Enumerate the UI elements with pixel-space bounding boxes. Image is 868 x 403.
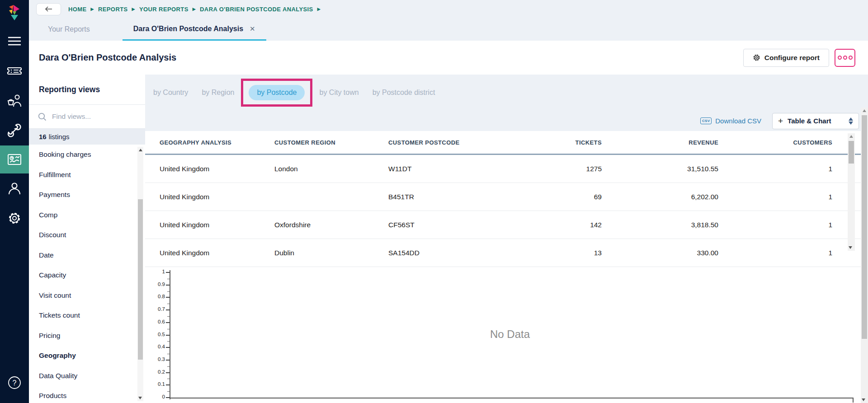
- menu-button[interactable]: [0, 26, 29, 56]
- view-item-capacity[interactable]: Capacity: [29, 265, 137, 286]
- view-item-data-quality[interactable]: Data Quality: [29, 366, 137, 386]
- find-views-input[interactable]: [52, 112, 129, 121]
- scrollbar-thumb[interactable]: [862, 115, 867, 339]
- select-arrows-icon: [849, 117, 853, 125]
- column-header-tickets[interactable]: TICKETS: [498, 139, 602, 146]
- nav-tickets[interactable]: [0, 56, 29, 86]
- y-axis-minor-tick: [167, 379, 170, 379]
- scrollbar-thumb[interactable]: [138, 199, 143, 360]
- listings-count: 16 listings: [29, 129, 145, 145]
- nav-box-office[interactable]: [0, 86, 29, 116]
- page-scrollbar[interactable]: [861, 108, 868, 403]
- view-item-products[interactable]: Products: [29, 386, 137, 403]
- breadcrumb-link-your-reports[interactable]: YOUR REPORTS: [139, 6, 189, 13]
- table-cell: Dublin: [274, 249, 388, 257]
- column-header-customer-postcode[interactable]: CUSTOMER POSTCODE: [388, 139, 498, 146]
- column-header-customer-region[interactable]: CUSTOMER REGION: [274, 139, 388, 146]
- reporting-views-title: Reporting views: [29, 75, 145, 105]
- geo-tab-by-city-town[interactable]: by City town: [319, 89, 359, 97]
- view-item-payments[interactable]: Payments: [29, 185, 137, 205]
- view-item-date[interactable]: Date: [29, 245, 137, 266]
- table-cell: 3,818.50: [602, 221, 718, 229]
- table-row[interactable]: United KingdomB451TR696,202.001: [145, 183, 861, 211]
- scroll-up-icon[interactable]: [849, 135, 853, 138]
- tab-dara-obrien-postcode-analysis[interactable]: Dara O'Brien Postcode Analysis ✕: [123, 18, 266, 41]
- reporting-views-panel: Reporting views 16 listings Booking char…: [29, 75, 145, 403]
- breadcrumb-link-reports[interactable]: REPORTS: [98, 6, 128, 13]
- table-row[interactable]: United KingdomLondonW11DT127531,510.551: [145, 155, 861, 183]
- scrollbar-thumb[interactable]: [849, 141, 854, 164]
- view-item-comp[interactable]: Comp: [29, 205, 137, 225]
- table-scrollbar[interactable]: [848, 133, 855, 251]
- configure-report-label: Configure report: [764, 54, 820, 62]
- y-axis-tick: [166, 272, 170, 273]
- tab-label: Your Reports: [48, 25, 90, 33]
- arrow-left-icon: [45, 6, 52, 12]
- configure-report-button[interactable]: Configure report: [743, 49, 829, 67]
- chart-area: 10.90.80.70.60.50.40.30.20.10 No Data: [145, 268, 861, 403]
- column-header-customers[interactable]: CUSTOMERS: [718, 139, 832, 146]
- table-cell: SA154DD: [388, 249, 498, 257]
- y-axis-tick: [166, 347, 170, 348]
- report-tabbar: Your Reports Dara O'Brien Postcode Analy…: [29, 18, 868, 41]
- geo-tab-by-postcode[interactable]: by Postcode: [249, 85, 305, 100]
- tab-your-reports[interactable]: Your Reports: [48, 18, 90, 41]
- scroll-down-icon[interactable]: [138, 397, 142, 399]
- view-item-geography[interactable]: Geography: [29, 346, 137, 366]
- table-cell: 142: [498, 221, 602, 229]
- y-axis-tick: [166, 335, 170, 336]
- breadcrumb-link-dara-o-brien-postcode-analysis[interactable]: DARA O'BRIEN POSTCODE ANALYSIS: [200, 6, 313, 13]
- y-axis-minor-tick: [167, 391, 170, 392]
- geo-tabs: by Countryby Regionby Postcodeby City to…: [145, 75, 859, 111]
- scroll-up-icon[interactable]: [863, 109, 866, 112]
- nav-reports[interactable]: [0, 145, 29, 173]
- table-row[interactable]: United KingdomOxfordshireCF56ST1423,818.…: [145, 211, 861, 239]
- view-item-visit-count[interactable]: Visit count: [29, 286, 137, 306]
- geo-tab-by-postcode-district[interactable]: by Postcode district: [373, 89, 435, 97]
- nav-customers[interactable]: [0, 173, 29, 203]
- find-views-search[interactable]: [29, 105, 145, 129]
- column-header-revenue[interactable]: REVENUE: [602, 139, 718, 146]
- reporting-views-list: Booking chargesFulfillmentPaymentsCompDi…: [29, 145, 137, 403]
- more-options-button[interactable]: [835, 49, 855, 67]
- more-dots-icon: [843, 56, 847, 60]
- table-row[interactable]: United KingdomDublinSA154DD13330.001: [145, 239, 861, 267]
- breadcrumb-separator-icon: ▶: [317, 7, 321, 11]
- breadcrumb-bar: HOME▶REPORTS▶YOUR REPORTS▶DARA O'BRIEN P…: [29, 0, 868, 18]
- scroll-down-icon[interactable]: [849, 246, 852, 249]
- view-item-booking-charges[interactable]: Booking charges: [29, 145, 137, 165]
- scroll-down-icon[interactable]: [862, 398, 865, 401]
- nav-tools[interactable]: [0, 116, 29, 145]
- app-logo[interactable]: [0, 0, 29, 26]
- breadcrumb-separator-icon: ▶: [193, 7, 196, 11]
- breadcrumb-link-home[interactable]: HOME: [68, 6, 87, 13]
- close-tab-icon[interactable]: ✕: [250, 25, 255, 33]
- view-item-discount[interactable]: Discount: [29, 225, 137, 245]
- x-axis-line: [170, 398, 854, 398]
- tab-label: Dara O'Brien Postcode Analysis: [133, 25, 243, 33]
- page-header: Dara O'Brien Postcode Analysis Configure…: [29, 41, 868, 75]
- page-title: Dara O'Brien Postcode Analysis: [39, 52, 176, 63]
- table-cell: 13: [498, 249, 602, 257]
- breadcrumb: HOME▶REPORTS▶YOUR REPORTS▶DARA O'BRIEN P…: [68, 6, 325, 13]
- back-button[interactable]: [36, 3, 61, 15]
- geo-tab-by-region[interactable]: by Region: [202, 89, 234, 97]
- help-button[interactable]: ?: [0, 368, 29, 398]
- views-list-scrollbar[interactable]: [137, 147, 143, 401]
- geo-tab-by-country[interactable]: by Country: [153, 89, 188, 97]
- view-item-pricing[interactable]: Pricing: [29, 326, 137, 346]
- y-axis-line: [170, 270, 170, 399]
- download-csv-button[interactable]: CSV Download CSV: [700, 117, 761, 125]
- view-item-fulfillment[interactable]: Fulfillment: [29, 165, 137, 185]
- scroll-up-icon[interactable]: [139, 149, 142, 151]
- y-axis-tick-label: 1: [145, 269, 165, 274]
- y-axis-minor-tick: [167, 279, 170, 279]
- column-header-geography-analysis[interactable]: GEOGRAPHY ANALYSIS: [160, 139, 274, 146]
- table-cell: 1: [718, 249, 832, 257]
- y-axis-minor-tick: [167, 366, 170, 367]
- view-item-tickets-count[interactable]: Tickets count: [29, 305, 137, 326]
- ticket-icon: [7, 65, 22, 77]
- nav-settings[interactable]: [0, 203, 29, 233]
- table-cell: Oxfordshire: [274, 221, 388, 229]
- view-mode-select[interactable]: + Table & Chart: [772, 113, 859, 129]
